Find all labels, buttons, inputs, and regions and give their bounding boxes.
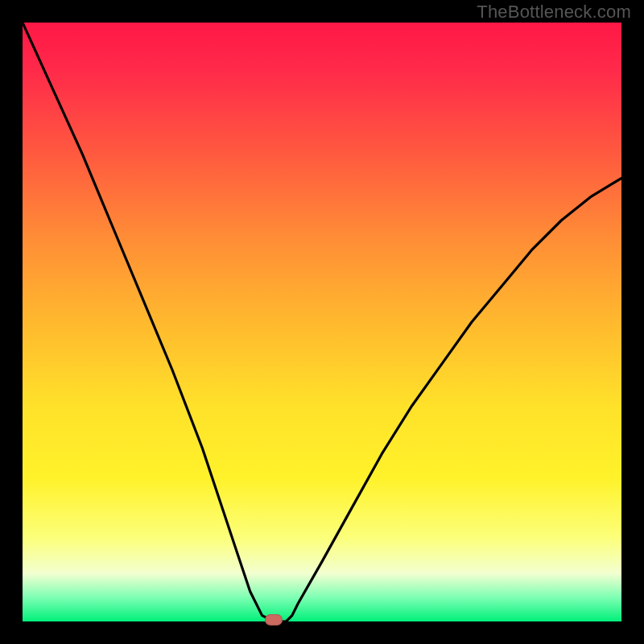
plot-area xyxy=(23,23,621,621)
watermark-text: TheBottleneck.com xyxy=(477,2,631,23)
curve-svg xyxy=(23,23,621,621)
chart-frame: TheBottleneck.com xyxy=(0,0,644,644)
optimal-marker xyxy=(265,614,283,625)
bottleneck-curve xyxy=(23,23,621,621)
